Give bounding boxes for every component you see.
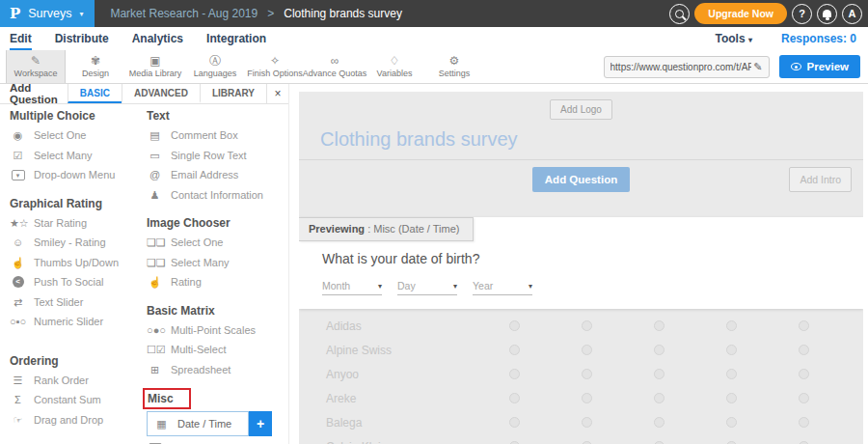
breadcrumb-parent[interactable]: Market Research - Aug 2019 xyxy=(110,7,258,20)
survey-url-input[interactable] xyxy=(610,62,751,72)
qtype-image-select-one[interactable]: ❏❏Select One xyxy=(147,233,284,253)
toolbar-variables[interactable]: ♢Variables xyxy=(365,50,424,83)
languages-label: Languages xyxy=(194,69,237,78)
preview-button[interactable]: Preview xyxy=(779,55,860,78)
tab-advanced[interactable]: ADVANCED xyxy=(122,84,200,103)
qtype-numeric-slider[interactable]: ○▪○Numeric Slider xyxy=(10,312,147,332)
radio-button[interactable] xyxy=(582,369,592,379)
radio-button[interactable] xyxy=(582,345,592,355)
matrix-row-label: Alpine Swiss xyxy=(299,344,478,357)
tab-basic[interactable]: BASIC xyxy=(68,84,122,103)
qtype-date-time[interactable]: ▦Date / Time+ xyxy=(147,411,284,436)
qtype-thumbs-up-down[interactable]: ☝Thumbs Up/Down xyxy=(10,253,147,273)
radio-button[interactable] xyxy=(799,320,809,331)
multi-point-scales-icon: ○●○ xyxy=(147,324,163,336)
toolbar-workspace[interactable]: ✎Workspace xyxy=(6,50,66,83)
matrix-row-label: Balega xyxy=(299,416,478,430)
radio-button[interactable] xyxy=(726,369,737,379)
add-intro-button[interactable]: Add Intro xyxy=(789,167,852,192)
image-rating-icon: ☝ xyxy=(147,276,163,288)
radio-button[interactable] xyxy=(654,345,665,355)
help-button[interactable]: ? xyxy=(792,4,812,24)
nav-tab-distribute[interactable]: Distribute xyxy=(55,27,109,50)
variables-label: Variables xyxy=(377,69,413,78)
toolbar-media-library[interactable]: ▣Media Library xyxy=(125,50,185,83)
toolbar-design[interactable]: ✾Design xyxy=(66,50,125,83)
qtype-contact-information[interactable]: ♟Contact Information xyxy=(147,185,284,206)
radio-button[interactable] xyxy=(799,345,809,355)
radio-button[interactable] xyxy=(582,393,592,403)
date-select-month[interactable]: Month▾ xyxy=(322,280,382,295)
radio-button[interactable] xyxy=(799,393,809,403)
spreadsheet-icon: ⊞ xyxy=(147,364,163,375)
radio-button[interactable] xyxy=(654,320,665,331)
radio-button[interactable] xyxy=(654,417,665,428)
add-question-type-button[interactable]: + xyxy=(249,411,272,436)
radio-button[interactable] xyxy=(726,393,737,403)
nav-tab-analytics[interactable]: Analytics xyxy=(132,27,183,50)
drop-down-menu-label: Drop-down Menu xyxy=(34,169,115,180)
matrix-cell xyxy=(478,320,551,331)
matrix-row-label: Adidas xyxy=(299,319,478,333)
tab-library[interactable]: LIBRARY xyxy=(200,84,266,103)
qtype-text-slider[interactable]: ⇄Text Slider xyxy=(10,292,147,313)
qtype-select-many[interactable]: ☑Select Many xyxy=(10,146,147,166)
qtype-constant-sum[interactable]: ΣConstant Sum xyxy=(10,390,147,410)
qtype-push-to-social[interactable]: <Push To Social xyxy=(10,272,147,292)
qtype-select-one[interactable]: ◉Select One xyxy=(10,125,147,146)
notifications-button[interactable] xyxy=(817,4,837,24)
qtype-spreadsheet[interactable]: ⊞Spreadsheet xyxy=(147,360,284,380)
date-select-year[interactable]: Year▾ xyxy=(473,280,532,295)
question-type-columns: Multiple Choice◉Select One☑Select Many▾D… xyxy=(0,104,288,444)
radio-button[interactable] xyxy=(654,393,665,403)
qtype-star-rating[interactable]: ★☆Star Rating xyxy=(10,213,147,234)
avatar[interactable]: A xyxy=(842,4,862,24)
add-logo-button[interactable]: Add Logo xyxy=(550,99,612,120)
toolbar-languages[interactable]: ⒶLanguages xyxy=(185,50,245,83)
survey-title[interactable]: Clothing brands survey xyxy=(299,120,863,159)
qtype-captcha[interactable]: ✓Captcha xyxy=(147,438,284,444)
qtype-single-row-text[interactable]: ▭Single Row Text xyxy=(147,146,284,166)
radio-button[interactable] xyxy=(509,345,520,355)
qtype-drop-down-menu[interactable]: ▾Drop-down Menu xyxy=(10,165,147,185)
qtype-rank-order[interactable]: ☰Rank Order xyxy=(10,371,147,391)
smiley-rating-label: Smiley - Rating xyxy=(34,236,106,248)
qtype-multi-point-scales[interactable]: ○●○Multi-Point Scales xyxy=(147,320,284,341)
close-panel-button[interactable]: × xyxy=(266,84,288,103)
search-button[interactable] xyxy=(669,4,690,24)
tools-menu[interactable]: Tools ▾ xyxy=(716,32,752,45)
qtype-smiley-rating[interactable]: ☺Smiley - Rating xyxy=(10,233,147,253)
toolbar-advance-quotas[interactable]: ∞Advance Quotas xyxy=(305,50,365,83)
radio-button[interactable] xyxy=(654,369,665,379)
upgrade-now-button[interactable]: Upgrade Now xyxy=(694,3,787,24)
radio-button[interactable] xyxy=(726,417,737,428)
qtype-email-address[interactable]: @Email Address xyxy=(147,165,284,185)
qtype-drag-and-drop[interactable]: ☞Drag and Drop xyxy=(10,410,147,430)
qtype-multi-select[interactable]: ☐☑Multi-Select xyxy=(147,340,284,360)
qtype-image-select-many[interactable]: ❏❏Select Many xyxy=(147,253,284,273)
radio-button[interactable] xyxy=(509,417,520,428)
toolbar-finish-options[interactable]: ✧Finish Options xyxy=(245,50,305,83)
radio-button[interactable] xyxy=(582,320,592,331)
radio-button[interactable] xyxy=(509,369,520,379)
radio-button[interactable] xyxy=(726,345,737,355)
qtype-image-rating[interactable]: ☝Rating xyxy=(147,272,284,292)
question-type-column-1: Multiple Choice◉Select One☑Select Many▾D… xyxy=(10,106,147,444)
radio-button[interactable] xyxy=(582,417,592,428)
radio-button[interactable] xyxy=(726,320,737,331)
add-question-button[interactable]: Add Question xyxy=(532,167,630,192)
drag-and-drop-label: Drag and Drop xyxy=(34,414,103,426)
radio-button[interactable] xyxy=(799,417,809,428)
radio-button[interactable] xyxy=(799,369,809,379)
matrix-row-label: Areke xyxy=(299,392,478,405)
surveys-menu[interactable]: P Surveys ▾ xyxy=(0,0,95,27)
nav-tab-edit[interactable]: Edit xyxy=(10,27,32,50)
responses-count[interactable]: Responses: 0 xyxy=(781,32,856,45)
edit-url-icon[interactable]: ✎ xyxy=(753,61,762,73)
nav-tab-integration[interactable]: Integration xyxy=(206,27,266,50)
toolbar-settings[interactable]: ⚙Settings xyxy=(424,50,484,83)
qtype-comment-box[interactable]: ▤Comment Box xyxy=(147,125,284,146)
radio-button[interactable] xyxy=(509,393,520,403)
date-select-day[interactable]: Day▾ xyxy=(397,280,457,295)
radio-button[interactable] xyxy=(509,320,520,331)
